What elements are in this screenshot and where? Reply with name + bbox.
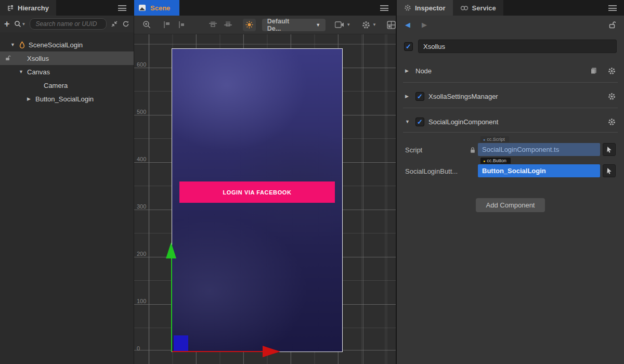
- blue-node-sprite[interactable]: [174, 335, 188, 352]
- scene-gizmo-settings-dropdown[interactable]: ▼: [362, 21, 376, 29]
- ruler-label: 100: [137, 298, 146, 304]
- script-prop-label: Script: [405, 146, 422, 154]
- type-dot-icon: ●: [483, 159, 485, 163]
- align-top-icon[interactable]: [209, 21, 217, 29]
- component-enabled-checkbox[interactable]: [415, 118, 424, 126]
- nav-forward-icon[interactable]: ▶: [422, 21, 427, 29]
- script-asset-value: SocialLoginComponent.ts: [482, 146, 559, 153]
- node-active-checkbox[interactable]: [404, 42, 413, 51]
- script-prop-left: Script: [405, 146, 476, 156]
- hierarchy-toolbar: + ▼: [0, 16, 134, 32]
- script-field-wrap: ● cc.Script SocialLoginComponent.ts: [478, 143, 600, 156]
- tab-inspector[interactable]: Inspector: [397, 0, 453, 16]
- settings-component-header[interactable]: ▶ XsollaSettingsManager: [397, 90, 624, 102]
- create-node-icon[interactable]: +: [4, 19, 10, 29]
- scene-image-icon: [138, 4, 146, 11]
- locked-icon: [470, 147, 476, 153]
- gizmo-x-arrowhead-icon[interactable]: [263, 346, 280, 357]
- button-reference-field[interactable]: Button_SocialLogin: [478, 164, 600, 177]
- inspector-nav: ◀ ▶: [397, 16, 624, 33]
- search-icon: [14, 20, 21, 28]
- inspector-unlock-icon[interactable]: [608, 21, 616, 29]
- button-picker-button[interactable]: [603, 164, 616, 177]
- node-docs-book-icon[interactable]: [590, 67, 597, 74]
- ruler-label: 500: [137, 109, 146, 115]
- tree-node-label: SceneSocialLogin: [29, 41, 83, 49]
- sun-icon: [245, 21, 253, 29]
- type-dot-icon: ●: [483, 138, 485, 141]
- service-link-icon: [460, 5, 469, 11]
- hierarchy-panel: Hierarchy + ▼ ▼: [0, 0, 134, 364]
- node-gear-icon[interactable]: [608, 67, 616, 75]
- node-section-label: Node: [415, 67, 432, 75]
- settings-component-label: XsollaSettingsManager: [428, 93, 498, 100]
- tree-node-label: Xsollus: [27, 55, 49, 62]
- collapsed-arrow-icon[interactable]: ▶: [405, 94, 411, 99]
- inspector-tabbar: Inspector Service: [397, 0, 624, 16]
- device-preset-dropdown[interactable]: Default De... ▼: [262, 19, 326, 31]
- add-component-button[interactable]: Add Component: [476, 198, 545, 212]
- tab-hierarchy[interactable]: Hierarchy: [0, 0, 56, 16]
- tab-scene[interactable]: Scene: [134, 0, 179, 16]
- hierarchy-tabbar: Hierarchy: [0, 0, 134, 16]
- align-center-h-icon[interactable]: [177, 21, 186, 29]
- nav-back-icon[interactable]: ◀: [405, 21, 410, 29]
- tree-node-canvas[interactable]: ▼ Canvas: [0, 65, 134, 79]
- scene-panel: Scene: [134, 0, 397, 364]
- node-section-header[interactable]: ▶ Node: [397, 64, 624, 77]
- component-gear-icon[interactable]: [608, 118, 616, 126]
- align-left-icon[interactable]: [163, 21, 171, 29]
- expand-arrow-icon[interactable]: ▼: [19, 69, 25, 74]
- tab-service[interactable]: Service: [453, 0, 503, 16]
- ruler-label: 400: [137, 156, 146, 162]
- node-name-input[interactable]: [418, 40, 617, 53]
- button-prop-left: SocialLoginButt...: [405, 167, 476, 177]
- hierarchy-menu-icon[interactable]: [118, 5, 126, 11]
- inspector-gear-icon: [404, 4, 411, 11]
- script-picker-button[interactable]: [603, 143, 616, 156]
- scene-menu-icon[interactable]: [380, 5, 388, 11]
- inspector-panel: Inspector Service ◀ ▶ ▶ Node: [397, 0, 624, 364]
- button-prop-label: SocialLoginButt...: [405, 167, 458, 175]
- expand-arrow-icon[interactable]: ▼: [405, 119, 411, 124]
- tree-node-button-sociallogin[interactable]: ▶ Button_SocialLogin: [0, 92, 134, 106]
- ruler-label: 600: [137, 61, 146, 68]
- cocos-creator-window: Hierarchy + ▼ ▼: [0, 0, 624, 364]
- component-gear-icon[interactable]: [608, 93, 616, 100]
- social-component-label: SocialLoginComponent: [428, 118, 498, 126]
- social-component-header[interactable]: ▼ SocialLoginComponent: [397, 115, 624, 128]
- collapsed-arrow-icon[interactable]: ▶: [27, 96, 33, 101]
- tree-node-camera[interactable]: Camera: [0, 79, 134, 92]
- script-type-tag: ● cc.Script: [480, 136, 509, 142]
- dropdown-caret-icon: ▼: [346, 22, 350, 27]
- gizmo-y-axis[interactable]: [171, 258, 172, 352]
- zoom-tool-icon[interactable]: [142, 20, 151, 29]
- device-preset-value: Default De...: [267, 18, 302, 32]
- scene-toolbar: Default De... ▼ ▼ ▼: [134, 16, 396, 34]
- expand-arrow-icon[interactable]: ▼: [10, 42, 17, 47]
- layout-grid-icon[interactable]: [387, 21, 396, 29]
- scene-tabbar: Scene: [134, 0, 396, 16]
- scene-light-toggle[interactable]: [243, 19, 256, 31]
- tree-node-scene-root[interactable]: ▼ SceneSocialLogin: [0, 38, 134, 51]
- dropdown-caret-icon: ▼: [316, 22, 320, 28]
- camera-settings-dropdown[interactable]: ▼: [335, 21, 350, 28]
- gizmo-x-axis[interactable]: [172, 351, 263, 352]
- align-middle-v-icon[interactable]: [224, 21, 232, 29]
- unlock-icon[interactable]: [5, 55, 11, 61]
- collapse-all-icon[interactable]: [111, 20, 118, 28]
- design-canvas[interactable]: LOGIN VIA FACEBOOK: [172, 48, 343, 352]
- component-enabled-checkbox[interactable]: [415, 92, 424, 101]
- gizmo-y-arrowhead-icon[interactable]: [166, 242, 176, 258]
- scene-asset-icon: [19, 41, 25, 49]
- scene-viewport[interactable]: 600 500 400 300 200 100 0 LOGIN VIA FACE…: [134, 34, 396, 364]
- social-login-button-property-row: SocialLoginButt... ● cc.Button Button_So…: [397, 164, 624, 177]
- script-asset-field[interactable]: SocialLoginComponent.ts: [478, 143, 600, 156]
- refresh-icon[interactable]: [122, 20, 129, 28]
- search-type-dropdown[interactable]: ▼: [14, 20, 26, 28]
- tree-node-xsollus[interactable]: Xsollus: [0, 51, 134, 65]
- inspector-menu-icon[interactable]: [608, 5, 617, 11]
- login-via-facebook-button[interactable]: LOGIN VIA FACEBOOK: [179, 181, 335, 203]
- hierarchy-search-input[interactable]: [30, 18, 107, 30]
- collapsed-arrow-icon[interactable]: ▶: [405, 68, 411, 73]
